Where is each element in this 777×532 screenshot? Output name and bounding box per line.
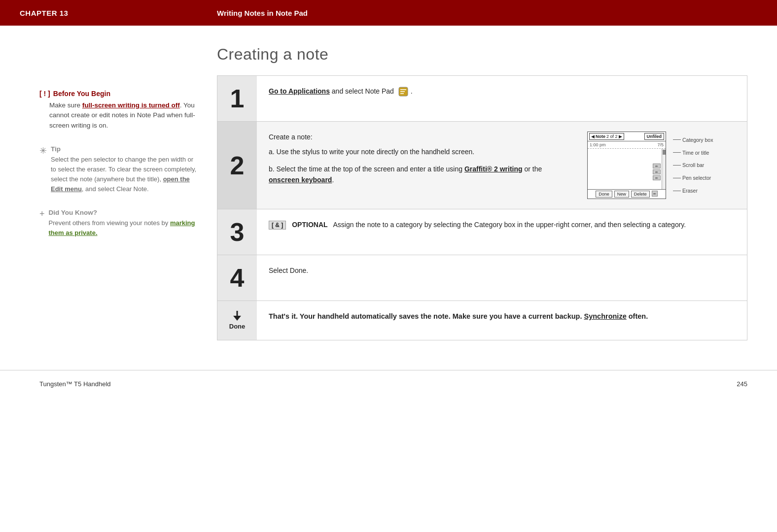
tip-text-2: , and select Clear Note. [82, 185, 149, 193]
sidebar-dyk-content: Did You Know? Prevent others from viewin… [49, 209, 197, 238]
step2-item-b-after: . [332, 176, 334, 184]
graffiti-link[interactable]: Graffiti® 2 writing [464, 165, 523, 173]
step-content-2: Create a note: Use the stylus to write y… [257, 122, 747, 209]
pen-icon-3: ✏ [653, 175, 661, 180]
step2-item-b: Select the time at the top of the screen… [269, 164, 572, 186]
tip-icon: ✳ [39, 145, 47, 195]
label-pen: Pen selector [673, 175, 713, 181]
step4-text: Select Done. [269, 265, 735, 276]
content-area: Creating a note 1 Go to Applications and… [217, 45, 747, 340]
step-number-4: 4 [230, 265, 245, 291]
done-icon-cell: Done [217, 301, 257, 340]
step-content-3: [ & ] OPTIONAL Assign the note to a cate… [257, 209, 747, 255]
sidebar-tip-section: ✳ Tip Select the pen selector to change … [39, 145, 197, 195]
svg-rect-2 [400, 91, 405, 92]
pen-icon-1: ✏ [653, 164, 661, 168]
step1-and-text: and select Note Pad [330, 87, 394, 95]
step-row-3: 3 [ & ] OPTIONAL Assign the note to a ca… [217, 209, 747, 255]
footer-page-number: 245 [737, 380, 747, 388]
step-number-2: 2 [230, 153, 245, 178]
footer-brand-normal: Handheld [81, 380, 110, 388]
step1-text: Go to Applications and select Note Pad . [269, 86, 735, 97]
step-number-1: 1 [230, 86, 245, 111]
step2-item-a-text: Use the stylus to write your note direct… [277, 148, 475, 156]
dyk-text: Prevent others from viewing your notes b… [49, 218, 197, 238]
step-content-1: Go to Applications and select Note Pad . [257, 76, 747, 121]
done-text: That's it. Your handheld automatically s… [269, 311, 735, 322]
done-label: Done [229, 323, 246, 330]
done-text-before: That's it. Your handheld automatically s… [269, 312, 584, 320]
step-number-cell-3: 3 [217, 209, 257, 255]
diagram-body: ✏ ✏ ✏ [588, 149, 666, 189]
unfiled-box: Unfiled [644, 133, 665, 140]
svg-rect-3 [400, 93, 404, 94]
tip-text: Select the pen selector to change the pe… [51, 155, 197, 195]
step-number-cell-4: 4 [217, 255, 257, 300]
done-row: Done That's it. Your handheld automatica… [217, 301, 747, 340]
page-title: Creating a note [217, 45, 747, 64]
pen-icon-2: ✏ [653, 169, 661, 174]
footer: Tungsten™ T5 Handheld 245 [0, 370, 777, 398]
sidebar-tip-content: Tip Select the pen selector to change th… [51, 145, 197, 195]
done-content: That's it. Your handheld automatically s… [257, 301, 747, 332]
before-you-begin-title: Before You Begin [53, 90, 110, 98]
sidebar-did-you-know-section: + Did You Know? Prevent others from view… [39, 209, 197, 238]
scrollbar [662, 149, 666, 189]
step-row-4: 4 Select Done. [217, 255, 747, 301]
step-row-1: 1 Go to Applications and select Note Pad… [217, 76, 747, 122]
nav-arrow-right: ▶ [619, 134, 622, 139]
step-row-2: 2 Create a note: Use the stylus to write… [217, 122, 747, 209]
diagram-container: ◀ Note 2 of 2 ▶ Unfiled [587, 132, 735, 199]
full-screen-link[interactable]: full-screen writing is turned off [82, 101, 180, 109]
footer-brand: Tungsten™ T5 Handheld [39, 380, 111, 388]
step-number-cell-1: 1 [217, 76, 257, 121]
step2-list: Use the stylus to write your note direct… [269, 146, 572, 185]
done-btn: Done [596, 191, 612, 198]
done-arrow-icon [230, 311, 244, 322]
label-eraser: Eraser [673, 188, 713, 194]
scrollbar-thumb [663, 150, 666, 155]
exclamation-badge: [ ! ] [39, 90, 50, 98]
dyk-text-main: Prevent others from viewing your notes b… [49, 219, 170, 227]
step3-text: [ & ] OPTIONAL Assign the note to a cate… [269, 219, 735, 230]
step2-intro: Create a note: [269, 132, 572, 142]
step2-item-b-text-before: Select the time at the top of the screen… [277, 165, 464, 173]
label-category-text: Category box [682, 137, 713, 143]
before-text-1: Make sure [49, 101, 82, 109]
label-eraser-text: Eraser [682, 188, 698, 194]
done-icon-inner: Done [229, 311, 246, 330]
sidebar-before-section: [ ! ] Before You Begin Make sure full-sc… [39, 90, 197, 131]
of-label: 2 of 2 [606, 134, 618, 139]
new-btn: New [614, 191, 629, 198]
done-text-after: often. [627, 312, 648, 320]
notepad-diagram: ◀ Note 2 of 2 ▶ Unfiled [587, 132, 735, 199]
synchronize-link[interactable]: Synchronize [584, 312, 627, 320]
step-number-3: 3 [230, 219, 245, 245]
footer-brand-italic: Tungsten™ T5 [39, 380, 81, 388]
time-label: 1:00 pm [590, 142, 606, 147]
note-nav: ◀ Note 2 of 2 ▶ [589, 133, 624, 140]
before-you-begin-text: Make sure full-screen writing is turned … [39, 100, 197, 131]
pen-selector-area: ✏ ✏ ✏ [653, 164, 661, 180]
step2-text: Create a note: Use the stylus to write y… [269, 132, 572, 199]
step3-content: Assign the note to a category by selecti… [333, 221, 686, 229]
main-content: [ ! ] Before You Begin Make sure full-sc… [0, 26, 777, 360]
label-time-title-text: Time or title [682, 150, 709, 156]
label-scroll: Scroll bar [673, 162, 713, 168]
diagram-screen: ◀ Note 2 of 2 ▶ Unfiled [587, 132, 666, 199]
go-to-applications-link[interactable]: Go to Applications [269, 87, 330, 95]
header-title: Writing Notes in Note Pad [217, 9, 308, 17]
steps-table: 1 Go to Applications and select Note Pad… [217, 75, 747, 340]
step-number-cell-2: 2 [217, 122, 257, 209]
onscreen-keyboard-link[interactable]: onscreen keyboard [269, 176, 332, 184]
label-scroll-text: Scroll bar [682, 162, 704, 168]
count-label: 7/5 [657, 142, 664, 147]
optional-badge: [ & ] [269, 221, 286, 230]
step2-layout: Create a note: Use the stylus to write y… [269, 132, 735, 199]
diagram-bottom: Done New Delete ✏ [588, 189, 666, 199]
optional-text: OPTIONAL [292, 221, 327, 229]
sidebar-exclamation-header: [ ! ] Before You Begin [39, 90, 197, 98]
label-time-title: Time or title [673, 150, 713, 156]
svg-marker-5 [233, 316, 241, 321]
step-content-4: Select Done. [257, 255, 747, 300]
